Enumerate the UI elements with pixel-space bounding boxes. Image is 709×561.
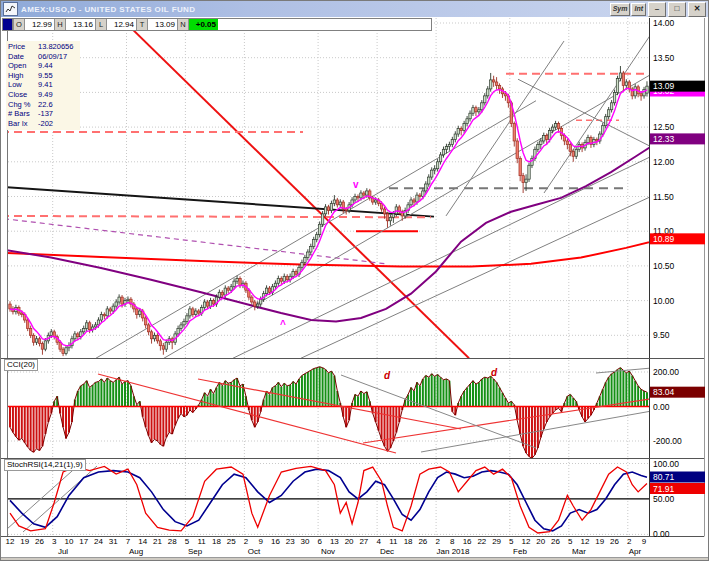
window-title: AMEX:USO,D - UNITED STATES OIL FUND bbox=[21, 5, 609, 14]
svg-text:Oct: Oct bbox=[248, 547, 261, 556]
svg-text:13: 13 bbox=[330, 537, 339, 546]
svg-text:80.71: 80.71 bbox=[653, 472, 675, 482]
stochrsi-indicator-label: StochRSI(14,21(1),9) bbox=[4, 459, 86, 471]
svg-text:9: 9 bbox=[642, 537, 647, 546]
svg-text:11: 11 bbox=[198, 537, 207, 546]
svg-text:Sep: Sep bbox=[188, 547, 203, 556]
data-window-row: Date06/09/17 bbox=[8, 52, 80, 62]
data-window-row: Open9.44 bbox=[8, 61, 80, 71]
panel-borders bbox=[1, 18, 705, 537]
int-button[interactable]: Int bbox=[631, 3, 646, 16]
chart-window: v^dd 14.0013.5013.0012.5012.0011.5011.00… bbox=[0, 0, 709, 561]
svg-text:12: 12 bbox=[6, 537, 15, 546]
svg-text:Jul: Jul bbox=[58, 547, 68, 556]
quote-bar: O12.99H13.16L12.94T13.09N+0.05 bbox=[2, 18, 432, 31]
svg-text:Nov: Nov bbox=[321, 547, 335, 556]
svg-text:100.00: 100.00 bbox=[653, 459, 679, 469]
quote-bar-marker bbox=[3, 19, 13, 30]
svg-text:10.89: 10.89 bbox=[653, 234, 675, 244]
quote-field-label: L bbox=[95, 19, 107, 30]
svg-text:10.00: 10.00 bbox=[653, 296, 675, 306]
data-window-row: # Bars-137 bbox=[8, 109, 80, 119]
svg-text:Feb: Feb bbox=[513, 547, 527, 556]
data-window-row: High9.55 bbox=[8, 71, 80, 81]
svg-text:v: v bbox=[353, 179, 359, 190]
chart-app-icon bbox=[3, 2, 18, 16]
maximize-button[interactable]: □ bbox=[668, 2, 686, 17]
svg-text:10.50: 10.50 bbox=[653, 261, 675, 271]
svg-text:7: 7 bbox=[126, 537, 131, 546]
cci-histogram bbox=[8, 367, 663, 458]
titlebar[interactable]: AMEX:USO,D - UNITED STATES OIL FUND Sym … bbox=[1, 1, 708, 17]
svg-text:-200.00: -200.00 bbox=[653, 436, 682, 446]
svg-text:12: 12 bbox=[522, 537, 531, 546]
svg-text:d: d bbox=[491, 367, 498, 378]
svg-text:29: 29 bbox=[492, 537, 501, 546]
data-window-row: Price13.820656 bbox=[8, 42, 80, 52]
svg-text:9.50: 9.50 bbox=[653, 330, 670, 340]
svg-text:16: 16 bbox=[463, 537, 472, 546]
svg-text:200.00: 200.00 bbox=[653, 367, 679, 377]
svg-text:20: 20 bbox=[536, 537, 545, 546]
svg-text:22: 22 bbox=[477, 537, 486, 546]
sym-button[interactable]: Sym bbox=[610, 3, 631, 16]
svg-text:3: 3 bbox=[52, 537, 57, 546]
svg-text:8: 8 bbox=[450, 537, 455, 546]
svg-text:12.00: 12.00 bbox=[653, 157, 675, 167]
svg-text:2: 2 bbox=[244, 537, 249, 546]
chart-canvas[interactable]: v^dd 14.0013.5013.0012.5012.0011.5011.00… bbox=[1, 1, 709, 561]
quote-field-value: 12.94 bbox=[107, 19, 136, 30]
svg-text:26: 26 bbox=[418, 537, 427, 546]
quote-field-value: 13.16 bbox=[66, 19, 95, 30]
svg-text:26: 26 bbox=[610, 537, 619, 546]
quote-field-label: T bbox=[136, 19, 148, 30]
price-annotation-lines bbox=[1, 18, 663, 358]
data-window-row: Bar Ix-202 bbox=[8, 119, 80, 129]
data-window: Price13.820656Date06/09/17Open9.44High9.… bbox=[6, 41, 80, 130]
svg-text:Dec: Dec bbox=[380, 547, 394, 556]
svg-text:20: 20 bbox=[345, 537, 354, 546]
data-window-row: Chg %22.6 bbox=[8, 100, 80, 110]
svg-text:5: 5 bbox=[185, 537, 190, 546]
svg-text:Apr: Apr bbox=[629, 547, 642, 556]
svg-text:11: 11 bbox=[389, 537, 398, 546]
data-window-row: Close9.49 bbox=[8, 90, 80, 100]
svg-text:12.50: 12.50 bbox=[653, 122, 675, 132]
stoch-axis-labels: 100.0050.000.0080.7171.91 bbox=[650, 459, 705, 540]
quote-field-value: +0.05 bbox=[189, 19, 218, 30]
cci-indicator-label: CCI(20) bbox=[4, 359, 38, 371]
svg-text:14.00: 14.00 bbox=[653, 18, 675, 28]
price-annotation-texts: v^ bbox=[280, 179, 359, 330]
quote-field-value: 13.09 bbox=[148, 19, 177, 30]
svg-text:2: 2 bbox=[435, 537, 440, 546]
svg-text:19: 19 bbox=[595, 537, 604, 546]
svg-text:^: ^ bbox=[280, 319, 286, 330]
svg-text:21: 21 bbox=[153, 537, 162, 546]
svg-text:27: 27 bbox=[359, 537, 368, 546]
cci-axis-labels: 200.000.00-200.0083.04 bbox=[650, 367, 705, 446]
svg-text:5: 5 bbox=[509, 537, 514, 546]
svg-text:16: 16 bbox=[271, 537, 280, 546]
window-bottom-edge bbox=[1, 557, 708, 561]
svg-text:17: 17 bbox=[79, 537, 88, 546]
svg-text:18: 18 bbox=[404, 537, 413, 546]
svg-text:24: 24 bbox=[94, 537, 103, 546]
svg-text:4: 4 bbox=[376, 537, 381, 546]
svg-text:6: 6 bbox=[317, 537, 322, 546]
svg-text:Mar: Mar bbox=[572, 547, 586, 556]
minimize-button[interactable]: – bbox=[648, 2, 666, 17]
svg-text:30: 30 bbox=[300, 537, 309, 546]
svg-text:13.09: 13.09 bbox=[653, 81, 675, 91]
svg-text:2: 2 bbox=[627, 537, 632, 546]
svg-text:14: 14 bbox=[138, 537, 147, 546]
close-button[interactable]: ✕ bbox=[688, 2, 706, 17]
stoch-lines bbox=[7, 463, 647, 533]
svg-text:26: 26 bbox=[551, 537, 560, 546]
svg-text:13.50: 13.50 bbox=[653, 53, 675, 63]
svg-text:50.00: 50.00 bbox=[653, 494, 675, 504]
quote-field-label: H bbox=[54, 19, 66, 30]
svg-text:18: 18 bbox=[212, 537, 221, 546]
svg-text:26: 26 bbox=[35, 537, 44, 546]
svg-text:71.91: 71.91 bbox=[653, 484, 675, 494]
quote-field-label: O bbox=[13, 19, 25, 30]
